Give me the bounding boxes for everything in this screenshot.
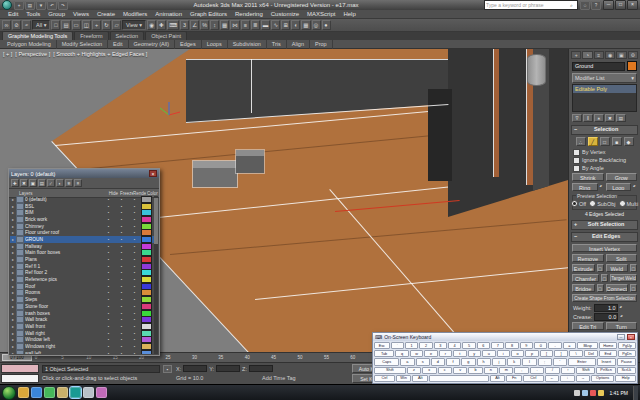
osk-key-s[interactable]: s [416,358,430,365]
osk-key-b[interactable]: b [468,367,482,374]
selection-rollout-header[interactable]: − Selection [571,125,638,135]
render-setup-icon[interactable]: ▦ [301,20,310,30]
osk-key-space[interactable] [429,375,488,382]
weld-settings-button[interactable]: □ [630,264,637,272]
menu-graph-editors[interactable]: Graph Editors [186,10,231,19]
update-tray-icon[interactable] [598,390,604,396]
freeze-toggle[interactable]: • [115,344,128,349]
timeline-tick[interactable]: 35 [218,355,223,360]
search-icon[interactable]: ⌕ [567,2,576,9]
paint-task-icon[interactable] [96,387,107,398]
osk-key-key[interactable]: ; [538,358,552,365]
osk-key-y[interactable]: y [468,350,481,357]
box-object-small[interactable] [236,150,264,173]
freeze-toggle[interactable]: • [115,230,128,235]
freeze-toggle[interactable]: • [115,311,128,316]
hide-toggle[interactable]: • [102,324,115,329]
menu-modifiers[interactable]: Modifiers [119,10,151,19]
osk-key-win[interactable]: Win [396,375,412,382]
material-editor-icon[interactable]: ◐ [291,20,300,30]
help-icon[interactable]: ? [591,1,601,10]
add-time-tag[interactable]: Add Time Tag [262,375,296,381]
connect-settings-button[interactable]: □ [630,284,637,292]
osk-key-alt[interactable]: Alt [490,375,506,382]
freeze-toggle[interactable]: • [115,324,128,329]
preview-off-radio[interactable]: Off [571,200,586,207]
layer-row[interactable]: ▸Ref floor 2••• [10,270,154,277]
ribbon-panel-align[interactable]: Align [287,40,310,49]
layer-row[interactable]: ▸0 (default)••• [10,196,154,203]
ring-spinner[interactable]: ▴▾ [600,185,604,189]
show-end-result-icon[interactable]: ‖ [583,114,593,122]
osk-key-k[interactable]: k [507,358,521,365]
freeze-toggle[interactable]: • [115,304,128,309]
timeline-tick[interactable]: 30 [192,355,197,360]
osk-key-key[interactable]: [ [540,350,553,357]
viewport-general-menu[interactable]: [ + ] [3,51,12,57]
ribbon-panel-subdivision[interactable]: Subdivision [228,40,267,49]
osk-key-d[interactable]: d [431,358,445,365]
menu-customize[interactable]: Customize [267,10,303,19]
osk-key-o[interactable]: o [511,350,524,357]
layer-row[interactable]: ▸Steps••• [10,296,154,303]
rectangular-region-icon[interactable]: ▭ [72,20,81,30]
hide-toggle[interactable]: • [102,217,115,222]
layer-row[interactable]: ▸GROUN••• [10,236,154,243]
network-tray-icon[interactable] [582,390,588,396]
render-toggle[interactable]: • [128,297,141,302]
freeze-toggle[interactable]: • [115,264,128,269]
freeze-toggle[interactable]: • [115,277,128,282]
hide-toggle[interactable]: • [102,237,115,242]
close-button[interactable]: × [627,0,638,10]
menu-rendering[interactable]: Rendering [231,10,267,19]
layer-row[interactable]: ▸Rooms••• [10,290,154,297]
named-selection-sets-icon[interactable]: ▦ [220,20,229,30]
freeze-toggle[interactable]: • [115,337,128,342]
object-name-field[interactable]: Ground [572,62,625,71]
osk-key-a[interactable]: a [400,358,414,365]
hide-toggle[interactable]: • [102,311,115,316]
osk-key-8[interactable]: 8 [505,342,518,349]
osk-key-home[interactable]: Home [599,342,617,349]
ribbon-panel-modify-selection[interactable]: Modify Selection [57,40,108,49]
render-toggle[interactable]: • [128,264,141,269]
timeline-tick[interactable]: 60 [350,355,355,360]
osk-key-j[interactable]: j [492,358,506,365]
mirror-icon[interactable]: ⋈ [230,20,240,30]
set-current-layer-icon[interactable]: ✓ [47,179,55,187]
bridge-settings-button[interactable]: □ [597,284,604,292]
snaps-toggle-icon[interactable]: 3 [180,20,189,30]
viewport-shading-menu[interactable]: [ Smooth + Highlights + Edged Faces ] [53,51,147,57]
freeze-toggle[interactable]: • [115,284,128,289]
osk-key-end[interactable]: End [599,350,617,357]
osk-key-key[interactable]: . [530,367,544,374]
chamfer-settings-button[interactable]: □ [601,274,608,282]
osk-key-r[interactable]: r [439,350,452,357]
transform-gizmo[interactable] [156,99,182,125]
render-toggle[interactable]: • [128,244,141,249]
ribbon-panel-prop[interactable]: Prop [310,40,333,49]
osk-key-w[interactable]: w [410,350,423,357]
hide-toggle[interactable]: • [102,250,115,255]
menu-views[interactable]: Views [69,10,93,19]
ribbon-panel-loops[interactable]: Loops [202,40,228,49]
element-mode-icon[interactable]: ◆ [624,137,634,146]
render-toggle[interactable]: • [128,230,141,235]
freeze-toggle[interactable]: • [115,250,128,255]
menu-edit[interactable]: Edit [4,10,22,19]
ribbon-panel-polygon-modeling[interactable]: Polygon Modeling [2,40,57,49]
layer-row[interactable]: ▸Ref fl 1••• [10,263,154,270]
macro-recorder-field[interactable] [1,364,39,373]
layer-row[interactable]: ▸BSL••• [10,203,154,210]
motion-tab[interactable]: ◉ [605,51,615,59]
render-toggle[interactable]: • [128,304,141,309]
ribbon-panel-edges[interactable]: Edges [175,40,202,49]
osk-key-del[interactable]: Del [584,350,597,357]
ring-button[interactable]: Ring [572,183,598,191]
hide-toggle[interactable]: • [102,351,115,354]
hide-toggle[interactable]: • [102,284,115,289]
freeze-toggle[interactable]: • [115,197,128,202]
osk-key-key[interactable]: ' [553,358,567,365]
hide-toggle[interactable]: • [102,277,115,282]
selection-lock-toggle[interactable]: ▪ [163,365,172,373]
